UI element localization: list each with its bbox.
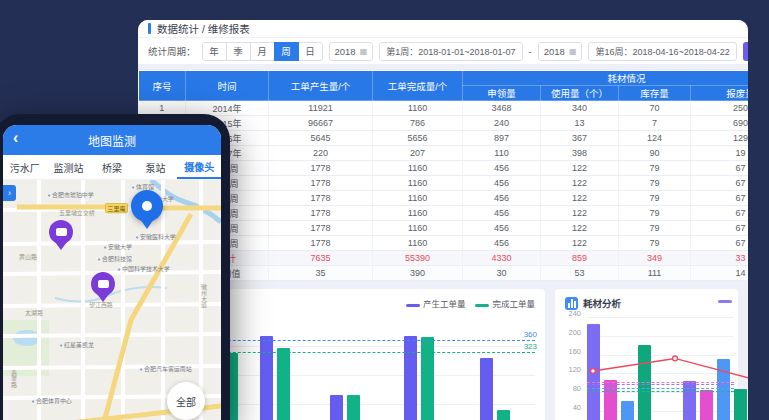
- table-cell: 122: [541, 221, 619, 236]
- table-cell: 33: [691, 251, 749, 266]
- back-icon[interactable]: ‹: [13, 129, 18, 147]
- poi-marker-icon: [139, 367, 143, 371]
- phone-tab-0[interactable]: 污水厂: [3, 155, 47, 179]
- poi-marker-icon: [59, 343, 63, 347]
- bar-完成工单量: [347, 395, 360, 420]
- table-cell: 456: [463, 206, 541, 221]
- poi-marker-icon: [131, 185, 135, 189]
- query-button[interactable]: 查询: [743, 42, 748, 61]
- consumables-chart-card: 耗材分析 2402001601208040: [555, 289, 738, 420]
- camera-icon: [91, 272, 115, 296]
- table-cell: 220: [269, 146, 373, 161]
- poi-marker-icon: [135, 235, 139, 239]
- legend-swatch: [406, 304, 420, 307]
- table-cell: 456: [463, 161, 541, 176]
- sub-col-header: 库存量: [619, 86, 691, 101]
- phone-tab-3[interactable]: 泵站: [134, 155, 178, 179]
- table-cell: 1160: [373, 161, 463, 176]
- week-from-input[interactable]: 第1周：2018-01-01~2018-01-07: [379, 42, 522, 61]
- table-cell: 11921: [269, 101, 373, 116]
- week-to-input[interactable]: 第16周：2018-04-16~2018-04-22: [588, 42, 736, 61]
- consumables-chart-legend: [718, 300, 736, 308]
- period-option-4[interactable]: 日: [298, 42, 323, 61]
- table-cell: 67: [691, 161, 749, 176]
- breadcrumb: 数据统计 / 维修报表: [157, 21, 250, 36]
- camera-pin[interactable]: [49, 220, 73, 250]
- period-segmented-control: 年季月周日: [202, 42, 323, 61]
- period-option-0[interactable]: 年: [202, 42, 227, 61]
- table-cell: 456: [463, 176, 541, 191]
- col-header: 工单产生量/个: [269, 71, 373, 101]
- location-pin-icon[interactable]: [131, 190, 163, 232]
- map-label: 中国科学技术大学: [117, 264, 170, 273]
- y-tick-label: 40: [573, 403, 581, 412]
- phone-tab-2[interactable]: 桥梁: [90, 155, 134, 179]
- all-filter-button[interactable]: 全部: [167, 382, 205, 420]
- table-cell: 67: [691, 176, 749, 191]
- phone-tab-4[interactable]: 摄像头: [177, 155, 221, 179]
- legend-swatch: [475, 304, 489, 307]
- table-cell: 55390: [373, 251, 463, 266]
- table-cell: 70: [619, 101, 691, 116]
- col-header: 工单完成量/个: [373, 71, 463, 101]
- year-to-select[interactable]: 2018 ▦: [538, 42, 583, 61]
- legend-swatch: [718, 300, 732, 303]
- map-label: 三里庵: [105, 203, 128, 213]
- table-cell: 30: [463, 266, 541, 281]
- y-tick-label: 240: [568, 309, 581, 318]
- table-cell: 122: [541, 161, 619, 176]
- table-cell: 35: [269, 266, 373, 281]
- table-cell: 122: [541, 191, 619, 206]
- year-from-value: 2018: [335, 46, 356, 57]
- table-cell: 690: [691, 116, 749, 131]
- map-label: 太湖路: [25, 308, 43, 317]
- period-option-1[interactable]: 季: [226, 42, 251, 61]
- poi-marker-icon: [31, 399, 35, 403]
- poi-marker-icon: [97, 257, 101, 261]
- table-cell: 240: [463, 116, 541, 131]
- table-cell: 14: [691, 266, 749, 281]
- table-cell: 1160: [373, 191, 463, 206]
- bar-完成工单量: [277, 348, 290, 420]
- map-label: 合肥体育中心: [31, 396, 72, 405]
- table-cell: 19: [691, 146, 749, 161]
- period-option-3[interactable]: 周: [274, 42, 299, 61]
- table-cell: 1778: [269, 176, 373, 191]
- phone-mockup: ‹ 地图监测 污水厂监测站桥梁泵站摄像头: [0, 114, 230, 420]
- table-cell: 110: [463, 146, 541, 161]
- threshold-label: 323: [524, 342, 537, 351]
- trend-line: [587, 317, 748, 420]
- phone-title: 地图监测: [88, 132, 136, 149]
- map-label: 红星美凯龙: [59, 340, 94, 349]
- breadcrumb-accent: [148, 23, 151, 34]
- table-cell: 122: [541, 176, 619, 191]
- table-cell: 67: [691, 191, 749, 206]
- bar-产生工单量: [330, 395, 343, 420]
- table-cell: 122: [541, 236, 619, 251]
- table-cell: 207: [373, 146, 463, 161]
- table-cell: 340: [541, 101, 619, 116]
- map-label: 合肥汽车客运南站: [139, 364, 192, 373]
- table-cell: 129: [691, 131, 749, 146]
- y-tick-label: 200: [568, 328, 581, 337]
- col-header: 序号: [139, 71, 186, 101]
- expand-panel-button[interactable]: ›: [3, 185, 16, 201]
- map-view[interactable]: 合肥市琥珀中学体育馆安徽农业大学五里墩立交桥三里庵安徽医科大学安徽大学合肥科技馆…: [3, 180, 221, 420]
- period-option-2[interactable]: 月: [250, 42, 275, 61]
- camera-pin[interactable]: [91, 272, 115, 302]
- phone-tab-1[interactable]: 监测站: [47, 155, 91, 179]
- table-cell: 1160: [373, 236, 463, 251]
- sub-col-header: 申领量: [463, 86, 541, 101]
- bar-chart-icon: [565, 297, 578, 310]
- table-cell: 67: [691, 221, 749, 236]
- map-label: 徽州大道: [199, 284, 208, 308]
- table-cell: 456: [463, 236, 541, 251]
- year-from-select[interactable]: 2018 ▦: [329, 42, 374, 61]
- table-cell: 456: [463, 221, 541, 236]
- table-cell: 53: [541, 266, 619, 281]
- camera-icon: [49, 220, 73, 244]
- poi-marker-icon: [103, 245, 107, 249]
- table-cell: 79: [619, 206, 691, 221]
- legend-item: 完成工单量: [475, 297, 535, 309]
- table-cell: 1160: [373, 101, 463, 116]
